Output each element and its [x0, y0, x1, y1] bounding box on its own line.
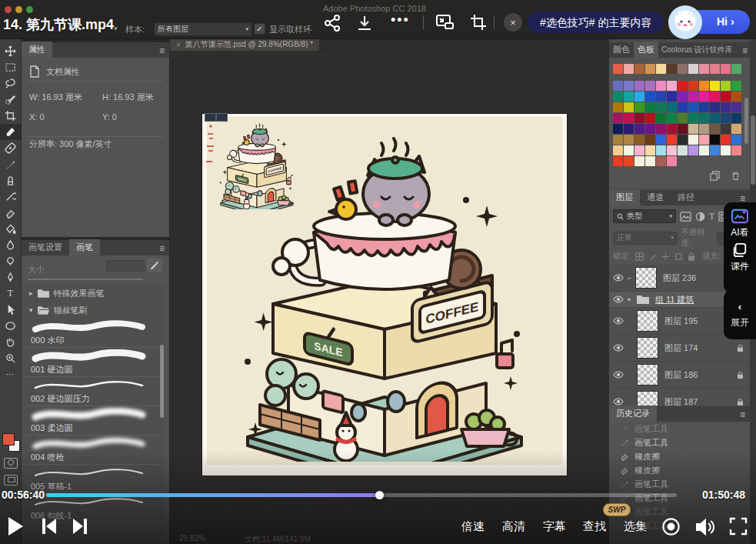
- color-swatch[interactable]: [634, 81, 644, 91]
- color-swatch[interactable]: [721, 135, 731, 145]
- color-swatch[interactable]: [710, 113, 720, 123]
- panel-menu-icon[interactable]: ≡: [155, 44, 169, 58]
- eye-icon[interactable]: [613, 371, 624, 379]
- color-swatch[interactable]: [678, 92, 688, 102]
- courseware-button[interactable]: 课件: [731, 242, 749, 273]
- color-swatch[interactable]: [634, 135, 644, 145]
- color-swatch[interactable]: [613, 102, 623, 112]
- color-swatch[interactable]: [656, 145, 666, 155]
- color-swatch[interactable]: [624, 135, 634, 145]
- color-swatch[interactable]: [678, 145, 688, 155]
- color-swatch[interactable]: [678, 135, 688, 145]
- subtitle-button[interactable]: 字幕: [543, 519, 566, 534]
- tab-paths[interactable]: 路径: [671, 189, 701, 205]
- blend-mode-select[interactable]: 正常 ▾: [613, 232, 678, 245]
- tool-eyedropper[interactable]: [0, 124, 21, 140]
- chevron-down-icon[interactable]: ▾: [29, 306, 33, 314]
- layer-row[interactable]: 图层 186: [609, 362, 750, 389]
- color-swatch[interactable]: [699, 81, 709, 91]
- color-swatch[interactable]: [678, 113, 688, 123]
- color-swatch[interactable]: [613, 92, 623, 102]
- record-icon[interactable]: [661, 517, 681, 536]
- color-swatch[interactable]: [678, 124, 688, 134]
- color-swatch[interactable]: [634, 145, 644, 155]
- color-swatch[interactable]: [613, 135, 623, 145]
- color-swatch[interactable]: [688, 102, 698, 112]
- tool-blur[interactable]: [0, 237, 21, 253]
- tool-preset-dropdown[interactable]: ▾: [114, 25, 118, 32]
- color-swatch[interactable]: [678, 81, 688, 91]
- tool-paint-bucket[interactable]: [0, 221, 21, 237]
- tab-history[interactable]: 历史记录: [609, 405, 657, 422]
- color-swatch[interactable]: [710, 64, 720, 74]
- sample-select[interactable]: 所有图层 ▾: [154, 22, 252, 36]
- quick-mask-icon[interactable]: [4, 458, 18, 469]
- filter-type-icon[interactable]: T: [709, 211, 714, 222]
- tip-badge[interactable]: #选色技巧# 的主要内容: [528, 12, 664, 33]
- color-swatch[interactable]: [624, 81, 634, 91]
- ai-view-button[interactable]: AI看: [731, 209, 748, 239]
- color-swatch[interactable]: [634, 113, 644, 123]
- lock-move-icon[interactable]: [661, 252, 670, 261]
- color-swatch[interactable]: [667, 135, 677, 145]
- h-value[interactable]: 16.93 厘米: [113, 92, 154, 102]
- color-swatch[interactable]: [731, 81, 741, 91]
- color-swatch[interactable]: [710, 145, 720, 155]
- episodes-button[interactable]: 选集: [624, 519, 647, 534]
- color-swatch[interactable]: [613, 113, 623, 123]
- tool-clone-stamp[interactable]: [0, 172, 21, 189]
- trash-icon[interactable]: [731, 171, 741, 181]
- color-swatch[interactable]: [656, 156, 666, 166]
- tool-shape[interactable]: [0, 318, 21, 334]
- progress-playhead[interactable]: [375, 491, 384, 499]
- tool-more-dots[interactable]: ⋯: [0, 366, 21, 382]
- history-entry[interactable]: 画笔工具: [609, 436, 750, 449]
- tool-dodge[interactable]: [0, 253, 21, 269]
- quality-button[interactable]: 高清: [502, 519, 525, 534]
- new-swatch-icon[interactable]: [710, 171, 720, 181]
- brush-item[interactable]: 000 水印: [22, 319, 165, 348]
- color-swatch[interactable]: [731, 113, 741, 123]
- tool-crop[interactable]: [0, 108, 21, 124]
- volume-icon[interactable]: [694, 517, 716, 537]
- brush-item[interactable]: 003 柔边圆: [22, 406, 165, 436]
- color-swatch[interactable]: [699, 135, 709, 145]
- brush-size-slider[interactable]: [28, 279, 143, 280]
- color-swatch[interactable]: [656, 81, 666, 91]
- fullscreen-icon[interactable]: [729, 517, 748, 536]
- color-swatch[interactable]: [710, 124, 720, 134]
- color-swatch[interactable]: [645, 135, 655, 145]
- color-swatch[interactable]: [731, 92, 741, 102]
- color-swatch[interactable]: [667, 156, 677, 166]
- color-swatch[interactable]: [634, 64, 644, 74]
- lock-transparent-icon[interactable]: [635, 252, 644, 261]
- chevron-down-icon[interactable]: ▾: [628, 296, 637, 303]
- color-swatch[interactable]: [656, 102, 666, 112]
- tab-brushes[interactable]: 画笔: [69, 239, 100, 255]
- color-swatch[interactable]: [678, 102, 688, 112]
- color-swatch[interactable]: [624, 113, 634, 123]
- brush-scrollbar[interactable]: [160, 345, 164, 418]
- color-swatch[interactable]: [656, 135, 666, 145]
- color-swatch[interactable]: [613, 156, 623, 166]
- panel-menu-icon[interactable]: ≡: [155, 242, 169, 255]
- color-swatch[interactable]: [624, 92, 634, 102]
- color-swatch[interactable]: [634, 156, 644, 166]
- layer-name[interactable]: 图层 236: [663, 272, 696, 284]
- swatches-scrollbar[interactable]: [744, 98, 748, 144]
- lock-all-icon[interactable]: [688, 252, 695, 261]
- more-icon[interactable]: •••: [391, 12, 410, 28]
- document-tab[interactable]: × 第八节课示范.psd @ 29.8%(RGB/8) *: [170, 38, 319, 51]
- tool-healing-brush[interactable]: [0, 140, 21, 156]
- color-swatch[interactable]: [721, 92, 731, 102]
- layer-name[interactable]: 图层 186: [664, 369, 698, 381]
- color-swatch[interactable]: [688, 113, 698, 123]
- color-swatch[interactable]: [721, 102, 731, 112]
- color-swatch[interactable]: [688, 81, 698, 91]
- brush-folder-cat[interactable]: 猫叔笔刷: [54, 305, 88, 316]
- traffic-light-close[interactable]: [5, 6, 12, 13]
- tool-move[interactable]: [0, 43, 21, 59]
- color-swatch[interactable]: [721, 64, 731, 74]
- tab-brush-settings[interactable]: 画笔设置: [22, 239, 69, 255]
- color-swatch[interactable]: [645, 124, 655, 134]
